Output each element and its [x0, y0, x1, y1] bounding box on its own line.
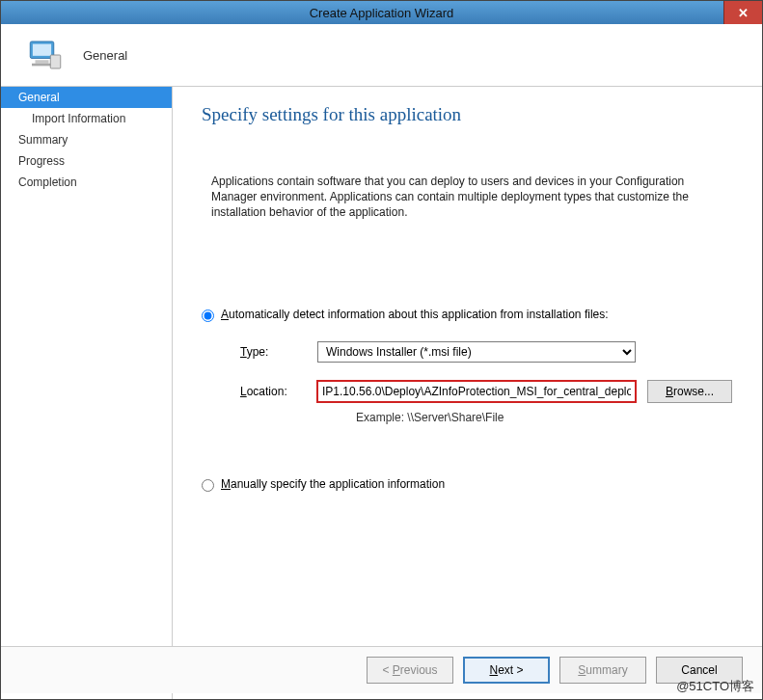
svg-rect-1	[33, 44, 51, 56]
sidebar-item-completion[interactable]: Completion	[1, 172, 172, 193]
example-text: Example: \\Server\Share\File	[356, 411, 733, 424]
footer-buttons: < Previous Next > Summary Cancel	[1, 646, 762, 693]
content-pane: Specify settings for this application Ap…	[173, 87, 762, 699]
sidebar-item-import-information[interactable]: Import Information	[1, 108, 172, 129]
manual-radio[interactable]	[202, 479, 214, 492]
window-title: Create Application Wizard	[1, 6, 762, 20]
sidebar-item-progress[interactable]: Progress	[1, 150, 172, 172]
previous-button: < Previous	[367, 657, 453, 684]
watermark-text: @51CTO博客	[676, 678, 754, 695]
svg-rect-3	[32, 64, 52, 67]
location-input[interactable]	[317, 381, 636, 402]
page-description: Applications contain software that you c…	[202, 174, 733, 221]
auto-detect-form: Type: Windows Installer (*.msi file) Loc…	[240, 341, 733, 424]
type-row: Type: Windows Installer (*.msi file)	[240, 341, 733, 363]
sidebar: General Import Information Summary Progr…	[1, 87, 173, 699]
next-button[interactable]: Next >	[463, 657, 550, 684]
manual-option[interactable]: Manually specify the application informa…	[202, 477, 733, 492]
type-label: Type:	[240, 345, 317, 359]
location-label: Location:	[240, 385, 317, 398]
titlebar: Create Application Wizard ✕	[1, 1, 762, 24]
sidebar-item-general[interactable]: General	[1, 87, 172, 108]
header-label: General	[83, 48, 127, 63]
close-button[interactable]: ✕	[723, 1, 762, 24]
sidebar-item-summary[interactable]: Summary	[1, 129, 172, 150]
auto-detect-option[interactable]: Automatically detect information about t…	[202, 308, 733, 322]
auto-detect-radio[interactable]	[202, 310, 214, 322]
page-title: Specify settings for this application	[202, 104, 733, 125]
svg-rect-2	[36, 60, 49, 64]
type-select[interactable]: Windows Installer (*.msi file)	[317, 341, 636, 363]
header-section: General	[1, 24, 762, 86]
browse-button[interactable]: Browse...	[647, 380, 732, 403]
wizard-window: Create Application Wizard ✕ General Gene…	[0, 0, 763, 700]
svg-rect-4	[50, 55, 61, 68]
auto-detect-label: Automatically detect information about t…	[221, 308, 609, 321]
summary-button: Summary	[559, 657, 646, 684]
manual-label: Manually specify the application informa…	[221, 477, 445, 491]
location-row: Location: Browse...	[240, 380, 733, 403]
close-icon: ✕	[738, 6, 749, 20]
main-area: General Import Information Summary Progr…	[1, 86, 762, 699]
computer-icon	[25, 35, 66, 75]
